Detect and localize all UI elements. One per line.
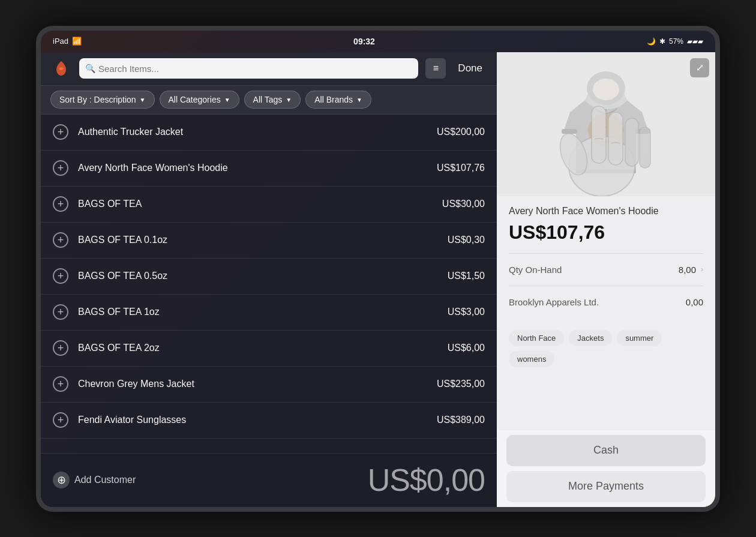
chevron-down-icon: ▼: [224, 97, 230, 103]
item-row[interactable]: + BAGS OF TEA 2oz US$6,00: [41, 331, 497, 367]
divider-1: [509, 253, 703, 254]
all-tags-filter[interactable]: All Tags ▼: [244, 91, 301, 109]
item-price: US$107,76: [437, 163, 485, 173]
item-name: BAGS OF TEA: [78, 199, 442, 209]
item-row[interactable]: + Avery North Face Women's Hoodie US$107…: [41, 151, 497, 187]
item-name: Fendi Aviator Sunglasses: [78, 415, 437, 425]
item-price: US$235,00: [437, 379, 485, 389]
expand-button[interactable]: ⤢: [690, 58, 709, 77]
left-panel: 🔍 ≡ Done Sort By : Description ▼ A: [41, 52, 497, 507]
supplier-label: Brooklyn Apparels Ltd.: [509, 297, 599, 307]
status-bar: iPad 📶 09:32 🌙 ✱ 57% ▰▰▰: [41, 31, 715, 52]
done-button[interactable]: Done: [453, 60, 487, 77]
chevron-down-icon: ▼: [286, 97, 292, 103]
product-price: US$107,76: [509, 221, 703, 244]
add-item-icon: +: [53, 376, 68, 392]
main-content: 🔍 ≡ Done Sort By : Description ▼ A: [41, 52, 715, 507]
supplier-value: 0,00: [686, 297, 703, 307]
add-customer-icon: ⊕: [53, 472, 70, 488]
item-row[interactable]: + Fendi Aviator Sunglasses US$389,00: [41, 403, 497, 439]
item-name: Chevron Grey Mens Jacket: [78, 379, 437, 389]
wifi-icon: 📶: [72, 37, 82, 46]
filter-bar: Sort By : Description ▼ All Categories ▼…: [41, 86, 497, 115]
tag-chip[interactable]: summer: [617, 330, 662, 346]
search-input[interactable]: [79, 58, 418, 79]
cash-button[interactable]: Cash: [506, 435, 706, 466]
chevron-down-icon: ▼: [140, 97, 146, 103]
product-image: [552, 64, 660, 184]
product-info: Avery North Face Women's Hoodie US$107,7…: [497, 196, 715, 323]
search-icon: 🔍: [85, 64, 95, 73]
product-card: ⤢ Avery North Face Women's Hoodie US$107…: [497, 52, 715, 430]
tags-section: North FaceJacketssummerwomens: [497, 323, 715, 374]
status-left: iPad 📶: [53, 37, 82, 46]
payment-section: Cash More Payments: [497, 430, 715, 507]
item-price: US$3,00: [448, 307, 485, 317]
supplier-row: Brooklyn Apparels Ltd. 0,00: [509, 291, 703, 313]
list-icon: ≡: [433, 63, 439, 74]
sort-by-filter[interactable]: Sort By : Description ▼: [50, 91, 155, 109]
item-name: BAGS OF TEA 0.5oz: [78, 271, 448, 281]
item-row[interactable]: + Authentic Trucker Jacket US$200,00: [41, 115, 497, 151]
add-item-icon: +: [53, 412, 68, 428]
divider-2: [509, 286, 703, 286]
list-view-button[interactable]: ≡: [425, 58, 446, 79]
bluetooth-icon: ✱: [659, 37, 665, 46]
status-time: 09:32: [353, 37, 375, 46]
all-categories-filter[interactable]: All Categories ▼: [160, 91, 239, 109]
ipad-label: iPad: [53, 37, 68, 46]
item-name: BAGS OF TEA 2oz: [78, 343, 448, 353]
qty-row: Qty On-Hand 8,00 ›: [509, 259, 703, 281]
item-price: US$30,00: [442, 199, 485, 209]
moon-icon: 🌙: [647, 37, 656, 46]
add-item-icon: +: [53, 268, 68, 284]
add-item-icon: +: [53, 232, 68, 248]
status-right: 🌙 ✱ 57% ▰▰▰: [647, 37, 703, 46]
item-price: US$389,00: [437, 415, 485, 425]
product-image-container: ⤢: [497, 52, 715, 196]
screen: iPad 📶 09:32 🌙 ✱ 57% ▰▰▰: [41, 31, 715, 507]
item-list: + Authentic Trucker Jacket US$200,00 + A…: [41, 115, 497, 453]
tag-chip[interactable]: North Face: [509, 330, 564, 346]
battery-percent: 57%: [669, 37, 683, 46]
add-item-icon: +: [53, 160, 68, 176]
svg-rect-4: [635, 129, 650, 134]
item-row[interactable]: + BAGS OF TEA 0.5oz US$1,50: [41, 259, 497, 295]
top-bar: 🔍 ≡ Done: [41, 52, 497, 86]
ipad-frame: iPad 📶 09:32 🌙 ✱ 57% ▰▰▰: [36, 26, 720, 512]
item-name: Avery North Face Women's Hoodie: [78, 163, 437, 173]
qty-value: 8,00: [679, 265, 696, 275]
item-name: BAGS OF TEA 1oz: [78, 307, 448, 317]
all-brands-filter[interactable]: All Brands ▼: [305, 91, 371, 109]
expand-icon: ⤢: [696, 62, 704, 73]
add-item-icon: +: [53, 124, 68, 140]
item-price: US$6,00: [448, 343, 485, 353]
add-item-icon: +: [53, 340, 68, 356]
search-container: 🔍: [79, 58, 418, 79]
svg-point-1: [593, 79, 619, 100]
add-item-icon: +: [53, 196, 68, 212]
svg-point-6: [588, 113, 624, 147]
add-customer-button[interactable]: ⊕ Add Customer: [53, 472, 136, 488]
tag-chip[interactable]: Jackets: [569, 330, 612, 346]
more-payments-button[interactable]: More Payments: [506, 471, 706, 502]
battery-icon: ▰▰▰: [687, 37, 703, 46]
item-row[interactable]: + Chevron Grey Mens Jacket US$235,00: [41, 367, 497, 403]
chevron-down-icon: ▼: [356, 97, 362, 103]
item-row[interactable]: + BAGS OF TEA US$30,00: [41, 187, 497, 223]
item-row[interactable]: + BAGS OF TEA 0.1oz US$0,30: [41, 223, 497, 259]
qty-label: Qty On-Hand: [509, 265, 562, 275]
svg-rect-3: [562, 129, 577, 134]
logo: [50, 58, 72, 79]
tag-chip[interactable]: womens: [509, 351, 554, 367]
bottom-bar: ⊕ Add Customer US$0,00: [41, 453, 497, 507]
qty-value-container: 8,00 ›: [679, 265, 703, 275]
item-price: US$1,50: [448, 271, 485, 281]
right-panel: ⤢ Avery North Face Women's Hoodie US$107…: [497, 52, 715, 507]
svg-rect-5: [576, 170, 636, 173]
item-name: Authentic Trucker Jacket: [78, 127, 437, 137]
qty-arrow-icon: ›: [701, 265, 703, 274]
item-name: BAGS OF TEA 0.1oz: [78, 235, 448, 245]
product-name: Avery North Face Women's Hoodie: [509, 206, 703, 217]
item-row[interactable]: + BAGS OF TEA 1oz US$3,00: [41, 295, 497, 331]
